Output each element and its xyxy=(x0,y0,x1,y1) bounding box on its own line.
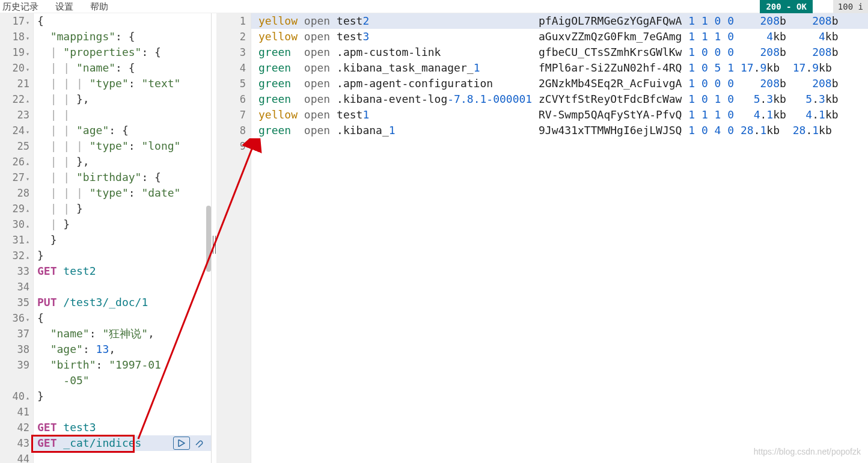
code-line[interactable]: | | }, xyxy=(37,91,211,107)
output-line: yellow open test1 RV-Swmp5QAqFyStYA-PfvQ… xyxy=(258,107,868,123)
line-number: 32 xyxy=(0,248,29,263)
code-line[interactable]: | | }, xyxy=(37,154,211,170)
line-number: 3 xyxy=(216,44,246,60)
wrench-icon xyxy=(195,439,204,447)
code-line[interactable] xyxy=(37,279,211,295)
divider-grip-icon xyxy=(213,236,216,254)
output-line: yellow open test2 pfAigOL7RMGeGzYGgAFQwA… xyxy=(251,13,868,29)
menubar: 历史记录 设置 帮助 200 - OK 100 i xyxy=(0,0,868,13)
line-number: 34 xyxy=(0,279,29,295)
menu-history[interactable]: 历史记录 xyxy=(2,0,38,14)
line-number: 7 xyxy=(216,107,246,123)
code-line[interactable]: | | xyxy=(37,107,211,123)
menu-settings[interactable]: 设置 xyxy=(55,0,73,14)
line-number: 26 xyxy=(0,154,29,170)
code-line[interactable]: | | } xyxy=(37,201,211,216)
editor-gutter: 1718192021222324252627282930313233343536… xyxy=(0,13,34,463)
code-line[interactable]: "age": 13, xyxy=(37,342,211,357)
code-line[interactable]: | | "birthday": { xyxy=(37,170,211,185)
line-actions xyxy=(173,435,208,451)
line-number: 4 xyxy=(216,60,246,76)
line-number: 24 xyxy=(0,123,29,138)
line-number: 8 xyxy=(216,123,246,138)
line-number: 22 xyxy=(0,91,29,107)
line-number: 5 xyxy=(216,76,246,91)
output-line: green open .kibana_task_manager_1 fMPl6a… xyxy=(258,60,868,76)
watermark: https://blog.csdn.net/popofzk xyxy=(754,444,861,459)
line-number: 44 xyxy=(0,451,29,463)
code-line[interactable]: } xyxy=(37,232,211,248)
line-number: 1 xyxy=(216,13,246,29)
code-line[interactable]: } xyxy=(37,248,211,263)
code-line[interactable]: } xyxy=(37,388,211,404)
line-number: 42 xyxy=(0,420,29,435)
line-number: 38 xyxy=(0,342,29,357)
code-line[interactable]: -05" xyxy=(37,373,211,388)
line-number: 23 xyxy=(0,107,29,123)
request-editor[interactable]: 1718192021222324252627282930313233343536… xyxy=(0,13,212,463)
output-gutter: 123456789 xyxy=(216,13,251,463)
code-line[interactable]: GET test2 xyxy=(37,263,211,279)
line-number: 37 xyxy=(0,326,29,342)
code-line[interactable]: | | "name": { xyxy=(37,60,211,76)
play-icon xyxy=(178,440,185,447)
line-number: 20 xyxy=(0,60,29,76)
output-line: yellow open test3 aGuxvZZmQzG0Fkm_7eGAmg… xyxy=(258,29,868,44)
code-line[interactable]: "name": "狂神说", xyxy=(37,326,211,342)
line-number: 6 xyxy=(216,91,246,107)
code-line[interactable]: PUT /test3/_doc/1 xyxy=(37,295,211,310)
line-number: 28 xyxy=(0,185,29,201)
editor-code[interactable]: { "mappings": { | "properties": { | | "n… xyxy=(34,13,211,463)
code-line[interactable] xyxy=(37,451,211,463)
line-number: 18 xyxy=(0,29,29,44)
output-line: green open .kibana_1 9Jw431xTTMWHgI6ejLW… xyxy=(258,123,868,138)
line-number: 17 xyxy=(0,13,29,29)
output-line: green open .kibana-event-log-7.8.1-00000… xyxy=(258,91,868,107)
line-number: 30 xyxy=(0,216,29,232)
line-number: 2 xyxy=(216,29,246,44)
line-number: 41 xyxy=(0,404,29,420)
output-text: yellow open test2 pfAigOL7RMGeGzYGgAFQwA… xyxy=(251,13,868,154)
line-number: 21 xyxy=(0,76,29,91)
code-line[interactable]: | | | "type": "date" xyxy=(37,185,211,201)
line-number: 25 xyxy=(0,138,29,154)
options-button[interactable] xyxy=(191,437,208,450)
output-line: green open .apm-custom-link gfbeCU_CTsSZ… xyxy=(258,44,868,60)
line-number: 31 xyxy=(0,232,29,248)
code-line[interactable]: GET test3 xyxy=(37,420,211,435)
code-line[interactable]: | | "age": { xyxy=(37,123,211,138)
line-number: 29 xyxy=(0,201,29,216)
code-line[interactable]: "birth": "1997-01 xyxy=(37,357,211,373)
line-number: 33 xyxy=(0,263,29,279)
code-line[interactable]: | } xyxy=(37,216,211,232)
pane-divider[interactable] xyxy=(212,13,216,463)
output-line xyxy=(258,138,868,154)
code-line[interactable]: | | | "type": "text" xyxy=(37,76,211,91)
menu-help[interactable]: 帮助 xyxy=(90,0,108,14)
response-output[interactable]: 123456789 yellow open test2 pfAigOL7RMGe… xyxy=(216,13,868,463)
code-line[interactable]: | | | "type": "long" xyxy=(37,138,211,154)
line-number: 36 xyxy=(0,310,29,326)
line-number: 19 xyxy=(0,44,29,60)
code-line[interactable]: | "properties": { xyxy=(37,44,211,60)
line-number: 43 xyxy=(0,435,29,451)
line-number: 35 xyxy=(0,295,29,310)
code-line[interactable]: { xyxy=(37,13,211,29)
line-number xyxy=(0,373,29,388)
code-line[interactable]: { xyxy=(37,310,211,326)
editor-scrollbar[interactable] xyxy=(206,206,211,272)
send-request-button[interactable] xyxy=(173,437,190,450)
line-number: 9 xyxy=(216,138,246,154)
code-line[interactable] xyxy=(37,404,211,420)
output-line: green open .apm-agent-configuration 2GNz… xyxy=(258,76,868,91)
line-number: 27 xyxy=(0,170,29,185)
code-line[interactable]: "mappings": { xyxy=(37,29,211,44)
line-number: 39 xyxy=(0,357,29,373)
line-number: 40 xyxy=(0,388,29,404)
